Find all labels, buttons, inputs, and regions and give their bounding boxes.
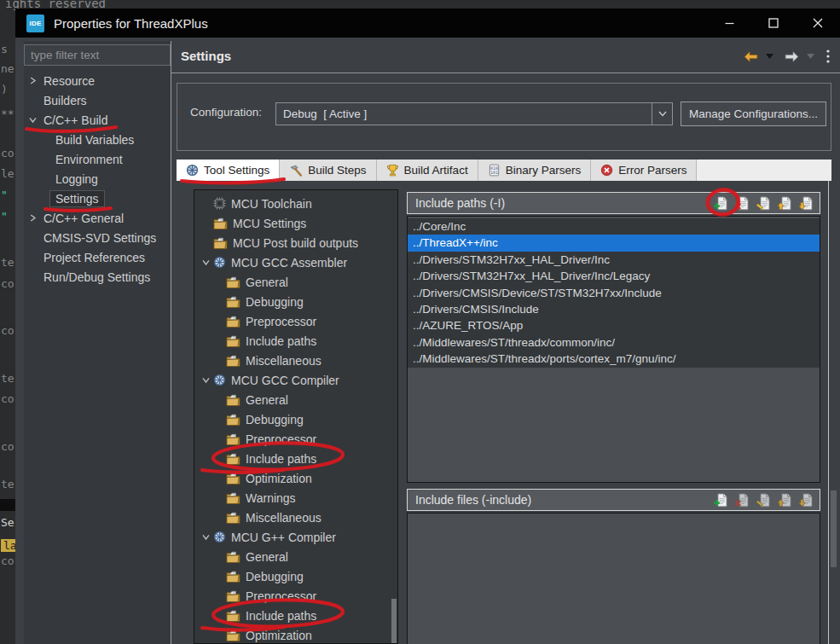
tool-tree-item-preprocessor[interactable]: Preprocessor: [194, 311, 397, 331]
include-files-move-down-button[interactable]: [798, 493, 814, 508]
tab-binary-parsers[interactable]: 010101Binary Parsers: [478, 160, 592, 181]
tool-tree-item-preprocessor[interactable]: Preprocessor: [194, 586, 397, 606]
chevron-down-icon[interactable]: [200, 376, 211, 384]
tool-tree-item-optimization[interactable]: Optimization: [194, 625, 397, 644]
chevron-down-icon[interactable]: [27, 116, 38, 124]
minimize-button[interactable]: [707, 9, 751, 38]
tool-tree-item-mcu-gcc-assembler[interactable]: MCU GCC Assembler: [194, 252, 397, 272]
include-path-row[interactable]: ../ThreadX++/inc: [408, 235, 820, 251]
configuration-group: Configuration: Debug [ Active ] Manage C…: [177, 83, 831, 151]
sidebar-item-resource[interactable]: Resource: [24, 71, 171, 90]
sidebar-tree: ResourceBuildersC/C++ BuildBuild Variabl…: [24, 71, 171, 287]
back-button[interactable]: [744, 51, 758, 62]
manage-configurations-button[interactable]: Manage Configurations...: [681, 102, 826, 126]
include-files-title: Include files (-include): [408, 493, 713, 507]
include-paths-move-up-button[interactable]: [777, 196, 792, 211]
tool-tree-item-mcu-gcc-compiler[interactable]: MCU GCC Compiler: [194, 370, 397, 390]
include-paths-header: Include paths (-I): [407, 192, 820, 214]
tool-tree-item-general[interactable]: General: [194, 390, 397, 409]
include-path-row[interactable]: ../Drivers/STM32H7xx_HAL_Driver/Inc/Lega…: [408, 268, 820, 284]
tool-tree-item-debugging[interactable]: Debugging: [194, 409, 397, 429]
tool-icon: [213, 374, 226, 386]
view-menu-button[interactable]: [826, 49, 830, 63]
include-paths-add-button[interactable]: [713, 196, 728, 211]
sidebar-item-logging[interactable]: Logging: [24, 169, 171, 189]
tool-tree-item-label: Debugging: [246, 295, 304, 309]
include-files-edit-button[interactable]: [756, 493, 771, 508]
sidebar-item-builders[interactable]: Builders: [24, 90, 171, 110]
background-code-fragment: co: [1, 440, 14, 453]
include-paths-edit-button[interactable]: [756, 196, 771, 211]
include-path-row[interactable]: ../Middlewares/ST/threadx/ports/cortex_m…: [408, 351, 820, 367]
include-paths-move-down-button[interactable]: [798, 196, 814, 211]
sidebar-item-c-c-general[interactable]: C/C++ General: [24, 208, 171, 228]
sidebar-item-label: Builders: [38, 93, 92, 108]
close-button[interactable]: [796, 9, 840, 38]
chevron-down-icon[interactable]: [200, 533, 211, 541]
tool-tree-item-general[interactable]: General: [194, 547, 397, 566]
tool-tree-item-mcu-g-compiler[interactable]: MCU G++ Compiler: [194, 527, 397, 547]
sidebar-item-cmsis-svd-settings[interactable]: CMSIS-SVD Settings: [24, 228, 171, 247]
tree-scrollbar[interactable]: [391, 599, 397, 644]
sidebar-item-run-debug-settings[interactable]: Run/Debug Settings: [24, 267, 171, 287]
configuration-select[interactable]: Debug [ Active ]: [275, 102, 673, 125]
include-path-row[interactable]: ../Drivers/CMSIS/Include: [408, 301, 820, 317]
include-files-toolbar: [713, 493, 814, 508]
sidebar-item-settings[interactable]: Settings: [24, 189, 171, 208]
tool-tree-item-warnings[interactable]: Warnings: [194, 488, 397, 508]
tool-tree-item-miscellaneous[interactable]: Miscellaneous: [194, 508, 397, 527]
tool-tree-item-debugging[interactable]: Debugging: [194, 292, 397, 311]
tool-tree-item-label: General: [246, 276, 288, 289]
tab-tool-settings[interactable]: Tool Settings: [177, 160, 280, 181]
sidebar-item-build-variables[interactable]: Build Variables: [24, 130, 171, 149]
tool-tree-item-label: MCU G++ Compiler: [231, 531, 336, 544]
tool-tree-item-mcu-settings[interactable]: MCU Settings: [194, 213, 397, 233]
configuration-select-arrow[interactable]: [652, 103, 672, 125]
tool-tree-item-debugging[interactable]: Debugging: [194, 566, 397, 586]
include-path-row[interactable]: ../Drivers/CMSIS/Device/ST/STM32H7xx/Inc…: [408, 285, 820, 301]
include-files-delete-button[interactable]: [734, 493, 750, 508]
tool-tree-item-include-paths[interactable]: Include paths: [194, 449, 397, 468]
background-code-fragment: le: [1, 167, 14, 180]
tool-tree-item-include-paths[interactable]: Include paths: [194, 606, 397, 625]
chevron-down-icon[interactable]: [200, 258, 211, 266]
panel-scrollbar[interactable]: [831, 490, 837, 567]
maximize-button[interactable]: [751, 9, 796, 38]
chevron-right-icon[interactable]: [27, 214, 38, 222]
tool-tree-item-mcu-toolchain[interactable]: MCU Toolchain: [194, 194, 397, 213]
include-paths-list[interactable]: ../Core/Inc../ThreadX++/inc../Drivers/ST…: [407, 216, 820, 483]
tool-tree-item-general[interactable]: General: [194, 272, 397, 292]
include-files-move-up-button[interactable]: [777, 493, 792, 508]
sidebar-item-label: Run/Debug Settings: [38, 270, 155, 285]
tool-tree-item-mcu-post-build-outputs[interactable]: MCU Post build outputs: [194, 233, 397, 252]
include-path-row[interactable]: ../AZURE_RTOS/App: [408, 317, 820, 334]
sidebar-item-c-c-build[interactable]: C/C++ Build: [24, 110, 171, 130]
folder-icon: [226, 590, 240, 602]
include-path-row[interactable]: ../Middlewares/ST/threadx/common/inc/: [408, 334, 820, 351]
back-history-dropdown[interactable]: [766, 54, 773, 59]
tab-build-artifact[interactable]: Build Artifact: [377, 160, 478, 181]
tool-tree-item-miscellaneous[interactable]: Miscellaneous: [194, 351, 397, 370]
include-paths-delete-button[interactable]: [734, 196, 750, 211]
forward-button[interactable]: [785, 51, 799, 62]
svg-text:101: 101: [490, 170, 498, 175]
include-files-list[interactable]: [407, 513, 820, 644]
sidebar-item-label: Build Variables: [50, 132, 139, 148]
include-path-row[interactable]: ../Core/Inc: [408, 218, 820, 235]
chevron-down-icon: [658, 111, 667, 117]
tool-tree-item-optimization[interactable]: Optimization: [194, 468, 397, 488]
tab-error-parsers[interactable]: Error Parsers: [591, 160, 697, 181]
forward-history-dropdown[interactable]: [807, 54, 814, 59]
sidebar-item-project-references[interactable]: Project References: [24, 247, 171, 267]
include-path-row[interactable]: ../Drivers/STM32H7xx_HAL_Driver/Inc: [408, 252, 820, 268]
folder-icon: [226, 571, 240, 583]
include-files-add-button[interactable]: [713, 493, 728, 508]
chevron-right-icon[interactable]: [27, 77, 38, 84]
tool-tree-item-include-paths[interactable]: Include paths: [194, 331, 397, 351]
sidebar-item-environment[interactable]: Environment: [24, 149, 171, 169]
tool-tree-item-preprocessor[interactable]: Preprocessor: [194, 429, 397, 449]
sidebar-item-label: Environment: [50, 152, 128, 167]
background-code-fragment: ): [1, 83, 8, 96]
tab-build-steps[interactable]: Build Steps: [280, 160, 376, 181]
filter-input[interactable]: [24, 44, 171, 66]
